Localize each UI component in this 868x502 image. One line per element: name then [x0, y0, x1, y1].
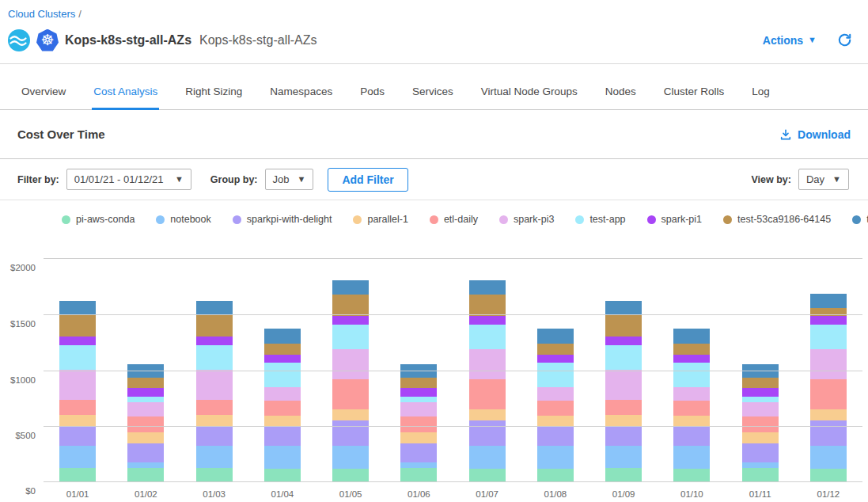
bar-segment-pi-aws-conda [537, 469, 574, 482]
bar-segment-sparkpi-with-delight [469, 420, 506, 446]
tab-namespaces[interactable]: Namespaces [268, 86, 334, 110]
bar-segment-test-53ca9186-64145 [673, 344, 710, 355]
ocean-logo-icon [8, 29, 30, 51]
bar-segment-spark-pi3 [196, 370, 233, 400]
bar-segment-sparkpi-with-delight [264, 426, 301, 446]
bar-segment-test-pkix [59, 301, 96, 315]
bar-segment-test-app [127, 397, 164, 402]
legend-label: etl-daily [444, 214, 478, 225]
tab-cluster-rolls[interactable]: Cluster Rolls [662, 86, 726, 110]
bar-segment-test-pkix [673, 329, 710, 343]
x-tick-label: 01/05 [316, 489, 385, 499]
tab-cost-analysis[interactable]: Cost Analysis [92, 86, 159, 110]
legend-item-test-pkix[interactable]: test-pkix [852, 214, 868, 225]
chevron-down-icon: ▼ [808, 36, 817, 44]
bar-segment-test-53ca9186-64145 [264, 344, 301, 355]
breadcrumb-separator: / [78, 8, 81, 20]
legend-item-pi-aws-conda[interactable]: pi-aws-conda [62, 214, 135, 225]
bar-segment-test-app [605, 345, 642, 369]
legend-item-parallel-1[interactable]: parallel-1 [353, 214, 407, 225]
download-icon [779, 128, 792, 141]
legend-item-spark-pi1[interactable]: spark-pi1 [647, 214, 702, 225]
bar-segment-parallel-1 [673, 416, 710, 426]
stacked-bar-01/06 [400, 364, 437, 482]
bar-segment-notebook [196, 446, 233, 468]
bar-segment-etl-daily [673, 401, 710, 415]
tab-pods[interactable]: Pods [358, 86, 386, 110]
bar-segment-spark-pi3 [742, 402, 779, 416]
bar-segment-spark-pi1 [400, 388, 437, 397]
bar-segment-sparkpi-with-delight [810, 420, 847, 446]
stacked-bar-01/09 [605, 301, 642, 482]
bar-segment-spark-pi3 [332, 349, 369, 378]
bar-segment-etl-daily [810, 379, 847, 409]
group-by-select[interactable]: Job ▼ [265, 169, 314, 190]
bar-segment-spark-pi3 [127, 402, 164, 416]
bar-segment-etl-daily [605, 400, 642, 415]
breadcrumb-link-cloud-clusters[interactable]: Cloud Clusters [8, 8, 75, 20]
bar-segment-spark-pi1 [810, 316, 847, 325]
bar-segment-etl-daily [742, 416, 779, 432]
x-tick-label: 01/07 [453, 489, 521, 499]
tab-virtual-node-groups[interactable]: Virtual Node Groups [479, 86, 579, 110]
bar-segment-pi-aws-conda [127, 468, 164, 482]
bar-segment-etl-daily [332, 379, 369, 409]
stacked-bar-01/02 [127, 364, 164, 482]
bar-segment-pi-aws-conda [332, 469, 369, 482]
bar-segment-test-pkix [264, 329, 301, 343]
gridline-0: $0 [44, 481, 862, 482]
filter-by-label: Filter by: [17, 174, 59, 185]
legend-item-test-app[interactable]: test-app [575, 214, 625, 225]
x-tick-label: 01/03 [180, 489, 248, 499]
legend-item-notebook[interactable]: notebook [156, 214, 210, 225]
bar-segment-etl-daily [469, 379, 506, 409]
bar-segment-parallel-1 [332, 409, 369, 420]
bar-segment-sparkpi-with-delight [742, 443, 779, 462]
tab-services[interactable]: Services [411, 86, 455, 110]
legend-item-etl-daily[interactable]: etl-daily [430, 214, 478, 225]
gridline-500: $500 [44, 426, 862, 427]
x-tick-label: 01/02 [112, 489, 180, 499]
bar-segment-pi-aws-conda [469, 469, 506, 482]
legend-item-test-53ca9186-64145[interactable]: test-53ca9186-64145 [723, 214, 831, 225]
legend-dot [233, 215, 241, 224]
bar-segment-spark-pi3 [810, 349, 847, 378]
bar-segment-notebook [469, 446, 506, 469]
legend-label: spark-pi3 [514, 214, 554, 225]
tab-log[interactable]: Log [750, 86, 771, 110]
download-button[interactable]: Download [779, 128, 851, 141]
add-filter-button[interactable]: Add Filter [328, 168, 407, 192]
bar-segment-pi-aws-conda [742, 468, 779, 482]
date-range-select[interactable]: 01/01/21 - 01/12/21 ▼ [66, 169, 191, 190]
tab-right-sizing[interactable]: Right Sizing [184, 86, 244, 110]
chevron-down-icon: ▼ [832, 175, 841, 184]
bar-segment-test-app [742, 397, 779, 402]
stacked-bar-01/10 [673, 329, 710, 482]
refresh-icon[interactable] [837, 32, 852, 48]
tab-overview[interactable]: Overview [20, 86, 67, 110]
legend-item-spark-pi3[interactable]: spark-pi3 [499, 214, 554, 225]
legend-item-sparkpi-with-delight[interactable]: sparkpi-with-delight [233, 214, 332, 225]
bar-segment-notebook [59, 446, 96, 468]
bar-segment-spark-pi1 [673, 355, 710, 363]
view-by-select[interactable]: Day ▼ [798, 169, 849, 190]
tab-nodes[interactable]: Nodes [604, 86, 638, 110]
x-tick-label: 01/12 [794, 489, 862, 499]
bar-segment-pi-aws-conda [673, 469, 710, 482]
bar-segment-etl-daily [400, 416, 437, 432]
bar-segment-test-pkix [469, 280, 506, 295]
legend-dot [575, 215, 584, 224]
x-tick-label: 01/08 [521, 489, 589, 499]
bar-segment-spark-pi3 [469, 349, 506, 378]
bar-segment-spark-pi3 [537, 387, 574, 401]
bar-segment-sparkpi-with-delight [537, 426, 574, 446]
bar-segment-spark-pi1 [196, 337, 233, 345]
bar-segment-test-app [469, 325, 506, 349]
bar-segment-test-app [59, 345, 96, 369]
bar-segment-notebook [673, 446, 710, 469]
bar-segment-spark-pi1 [469, 316, 506, 325]
bar-segment-parallel-1 [127, 432, 164, 443]
bar-segment-notebook [537, 446, 574, 469]
actions-button[interactable]: Actions ▼ [763, 34, 817, 47]
bar-segment-test-53ca9186-64145 [196, 315, 233, 337]
